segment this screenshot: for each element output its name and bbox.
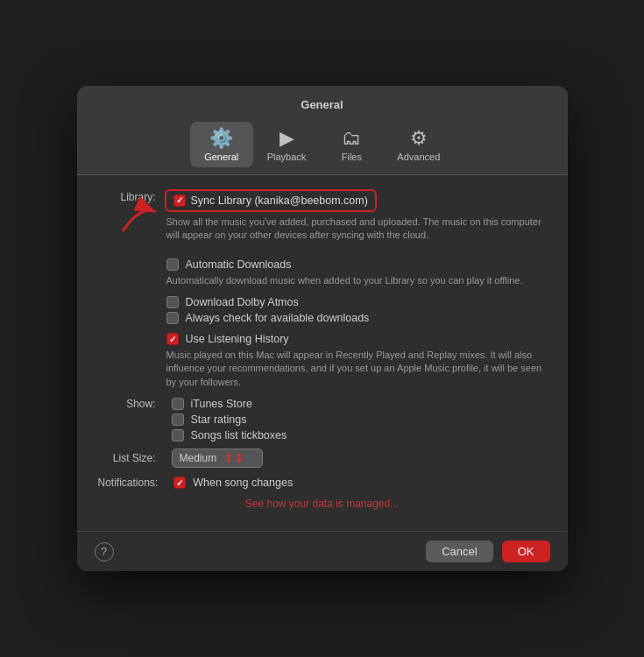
always-check-row: Always check for available downloads xyxy=(98,312,547,324)
itunes-store-checkbox[interactable] xyxy=(172,398,184,410)
ok-button[interactable]: OK xyxy=(502,540,550,562)
see-how-link[interactable]: See how your data is managed... xyxy=(98,498,547,510)
listening-history-desc: Music played on this Mac will appear in … xyxy=(98,349,547,389)
songs-tickboxes-label: Songs list tickboxes xyxy=(191,429,287,442)
dropdown-arrow-icon: ⬆⬇ xyxy=(223,451,244,465)
library-row: Library: Sync Library (kanika@beebom.com… xyxy=(98,189,547,251)
library-description: Show all the music you've added, purchas… xyxy=(166,215,547,243)
listening-history-checkbox[interactable] xyxy=(166,333,179,345)
library-content: Sync Library (kanika@beebom.com) Show al… xyxy=(165,189,547,251)
notifications-row: Notifications: When song changes xyxy=(98,477,547,489)
listening-history-row: Use Listening History xyxy=(98,333,547,345)
help-icon: ? xyxy=(101,545,107,558)
bottom-bar: ? Cancel OK xyxy=(77,531,568,571)
tab-advanced[interactable]: ⚙ Advanced xyxy=(383,122,454,167)
library-label: Library: xyxy=(98,189,165,203)
list-size-dropdown[interactable]: Medium ⬆⬇ xyxy=(172,449,264,468)
help-button[interactable]: ? xyxy=(95,542,114,562)
automatic-downloads-checkbox[interactable] xyxy=(166,258,179,271)
download-dolby-checkbox[interactable] xyxy=(166,296,179,308)
tab-bar: ⚙️ General ▶ Playback 🗂 Files ⚙ Advanced xyxy=(77,118,568,174)
songs-tickboxes-row: Songs list tickboxes xyxy=(98,429,547,442)
general-tab-label: General xyxy=(204,152,238,162)
playback-tab-label: Playback xyxy=(267,152,307,162)
see-how-text: See how your data is managed... xyxy=(245,498,399,510)
notifications-label: Notifications: xyxy=(98,477,167,489)
always-check-label: Always check for available downloads xyxy=(186,312,370,324)
cancel-button[interactable]: Cancel xyxy=(426,540,492,562)
songs-tickboxes-checkbox[interactable] xyxy=(172,429,184,442)
tab-playback[interactable]: ▶ Playback xyxy=(253,122,321,167)
tab-files[interactable]: 🗂 Files xyxy=(320,122,383,167)
general-icon: ⚙️ xyxy=(209,127,233,150)
star-ratings-row: Star ratings xyxy=(98,413,547,426)
list-size-row: List Size: Medium ⬆⬇ xyxy=(98,449,547,468)
sync-library-checkbox[interactable] xyxy=(173,194,186,207)
star-ratings-label: Star ratings xyxy=(191,413,247,426)
automatic-downloads-desc: Automatically download music when added … xyxy=(98,274,547,287)
always-check-checkbox[interactable] xyxy=(166,312,179,324)
files-tab-label: Files xyxy=(342,152,362,162)
show-label: Show: xyxy=(98,398,165,410)
title-text: General xyxy=(301,98,343,111)
sync-library-label: Sync Library (kanika@beebom.com) xyxy=(191,194,368,207)
tab-general[interactable]: ⚙️ General xyxy=(190,122,253,167)
listening-history-label: Use Listening History xyxy=(186,333,289,345)
files-icon: 🗂 xyxy=(342,127,361,150)
playback-icon: ▶ xyxy=(280,127,294,150)
advanced-tab-label: Advanced xyxy=(397,152,440,162)
list-size-value: Medium xyxy=(180,452,217,464)
general-dialog: General ⚙️ General ▶ Playback 🗂 Files ⚙ … xyxy=(77,86,568,571)
show-section: Show: iTunes Store Star ratings Songs li… xyxy=(98,398,547,442)
download-dolby-label: Download Dolby Atmos xyxy=(186,296,299,308)
automatic-downloads-row: Automatic Downloads xyxy=(98,258,547,271)
itunes-store-row: Show: iTunes Store xyxy=(98,398,547,410)
download-dolby-row: Download Dolby Atmos xyxy=(98,296,547,308)
dialog-title: General xyxy=(77,86,568,118)
automatic-downloads-label: Automatic Downloads xyxy=(186,258,292,271)
advanced-icon: ⚙ xyxy=(410,127,428,150)
star-ratings-checkbox[interactable] xyxy=(172,413,184,426)
when-song-changes-label: When song changes xyxy=(193,477,293,489)
list-size-label: List Size: xyxy=(98,452,165,464)
content-area: Library: Sync Library (kanika@beebom.com… xyxy=(77,174,568,531)
sync-library-box[interactable]: Sync Library (kanika@beebom.com) xyxy=(165,189,377,212)
dialog-buttons: Cancel OK xyxy=(426,540,549,562)
when-song-changes-checkbox[interactable] xyxy=(173,477,186,489)
itunes-store-label: iTunes Store xyxy=(191,398,252,410)
